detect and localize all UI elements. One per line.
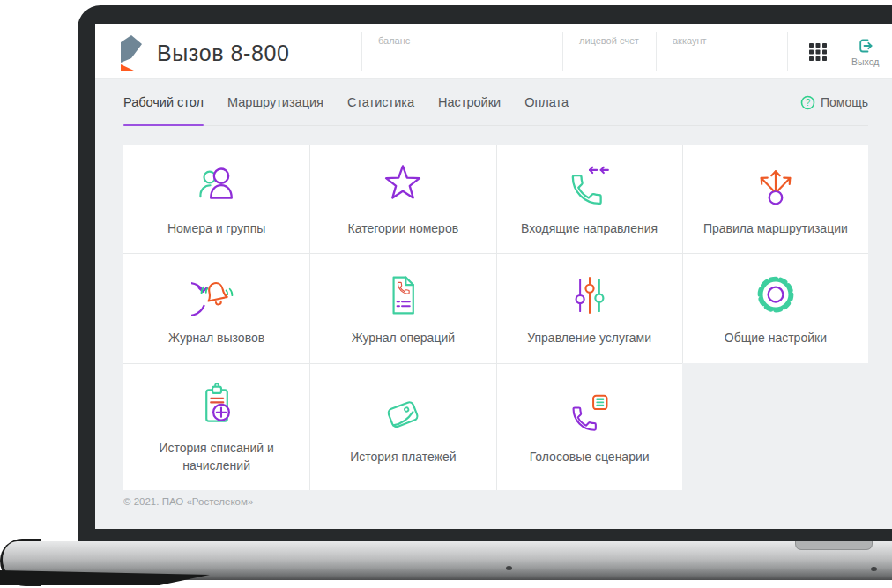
tab-settings[interactable]: Настройки (438, 79, 501, 125)
payments-wallet-icon (377, 389, 428, 440)
call-log-bell-icon (191, 270, 242, 321)
question-circle-icon: ? (800, 95, 815, 110)
operations-document-icon (377, 270, 428, 321)
laptop-base-foot (871, 567, 877, 571)
services-sliders-icon (564, 270, 615, 321)
help-label: Помощь (821, 95, 868, 109)
tile-call-log[interactable]: Журнал вызовов (123, 253, 309, 363)
tile-label: История списаний и начислений (137, 439, 297, 475)
tile-label: Номера и группы (167, 220, 265, 237)
personal-account-field: лицевой счет (562, 32, 656, 71)
charges-history-clipboard-icon (191, 380, 242, 431)
page-title: Вызов 8-800 (157, 41, 290, 66)
balance-field: баланс (361, 32, 562, 71)
tile-incoming-directions[interactable]: Входящие направления (496, 145, 682, 253)
app-header: Вызов 8-800 баланс лицевой счет аккаунт (95, 24, 892, 79)
laptop-base-foot (506, 566, 512, 570)
tile-label: Журнал операций (352, 329, 455, 346)
dashboard-grid: Номера и группы Категории номеров (123, 145, 868, 490)
tile-label: Журнал вызовов (168, 329, 264, 346)
tile-label: Общие настройки (725, 329, 827, 346)
tile-label: Управление услугами (527, 329, 651, 346)
voice-scenarios-phone-icon (564, 389, 615, 440)
brand-logo-icon (118, 33, 145, 72)
settings-gear-icon (750, 270, 801, 321)
personal-account-label: лицевой счет (579, 35, 656, 46)
incoming-call-icon (564, 160, 615, 212)
svg-text:?: ? (806, 98, 811, 108)
app-body: Рабочий стол Маршрутизация Статистика На… (95, 79, 892, 529)
tile-label: Голосовые сценарии (530, 448, 650, 465)
laptop-base-notch (795, 541, 873, 550)
apps-grid-icon[interactable] (809, 43, 827, 61)
tile-operations-log[interactable]: Журнал операций (309, 253, 495, 363)
header-actions: Выход (787, 32, 892, 71)
tab-payment[interactable]: Оплата (524, 79, 569, 125)
tile-label: История платежей (350, 448, 456, 465)
logout-label: Выход (851, 56, 879, 67)
balance-label: баланс (378, 35, 562, 46)
tile-routing-rules[interactable]: Правила маршрутизации (682, 145, 868, 253)
tile-label: Входящие направления (521, 220, 658, 237)
tile-payments-history[interactable]: История платежей (309, 363, 495, 490)
logout-icon (857, 37, 874, 55)
help-link[interactable]: ? Помощь (800, 79, 868, 125)
star-icon (377, 160, 428, 212)
logout-button[interactable]: Выход (851, 37, 879, 67)
tab-desktop[interactable]: Рабочий стол (123, 79, 204, 125)
copyright-text: © 2021. ПАО «Ростелеком» (123, 496, 892, 507)
empty-grid-cell (682, 363, 868, 490)
app-logo[interactable]: Вызов 8-800 (118, 33, 290, 72)
tile-services-management[interactable]: Управление услугами (496, 253, 682, 363)
account-label: аккаунт (673, 35, 787, 46)
tab-statistics[interactable]: Статистика (347, 79, 414, 125)
main-nav: Рабочий стол Маршрутизация Статистика На… (123, 79, 868, 126)
tile-general-settings[interactable]: Общие настройки (682, 253, 868, 363)
tab-routing[interactable]: Маршрутизация (227, 79, 323, 125)
tile-number-categories[interactable]: Категории номеров (309, 145, 495, 253)
laptop-screen: Вызов 8-800 баланс лицевой счет аккаунт (95, 24, 892, 529)
tile-label: Категории номеров (348, 220, 459, 237)
routing-arrows-icon (750, 160, 801, 212)
tile-numbers-groups[interactable]: Номера и группы (123, 145, 309, 253)
tile-charges-history[interactable]: История списаний и начислений (123, 363, 309, 490)
tile-label: Правила маршрутизации (703, 220, 848, 237)
people-icon (191, 160, 242, 212)
tile-voice-scenarios[interactable]: Голосовые сценарии (496, 363, 682, 490)
account-field: аккаунт (656, 32, 787, 71)
